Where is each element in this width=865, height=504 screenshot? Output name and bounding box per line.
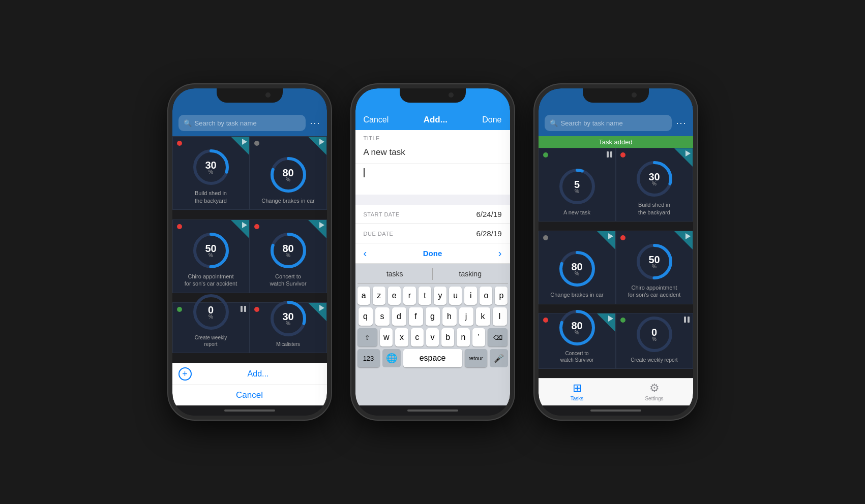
start-date-value[interactable]: 6/24/19 — [476, 210, 501, 218]
kb-key-s[interactable]: s — [375, 307, 390, 326]
kb-key-e[interactable]: e — [388, 287, 401, 305]
kb-key-u[interactable]: u — [449, 287, 462, 305]
circle-progress-r1c1: 50 % — [634, 241, 675, 282]
cancel-btn-1[interactable]: Cancel — [178, 390, 321, 400]
task-cell-1[interactable]: 80 % Change brakes in car — [250, 136, 327, 210]
task-cell-5[interactable]: 30 % Micalisters — [250, 302, 327, 353]
kb-globe-btn[interactable]: 🌐 — [382, 349, 401, 367]
status-dot-r0c1 — [620, 152, 625, 158]
task-cell-r1c1[interactable]: 50 % Chiro appointmentfor son's car acci… — [616, 231, 693, 304]
task-cell-r0c1[interactable]: 30 % Build shed inthe backyard — [616, 148, 693, 222]
tab-tasks[interactable]: ⊞ Tasks — [539, 382, 616, 401]
search-icon-3: 🔍 — [550, 119, 558, 127]
tab-tasks-icon: ⊞ — [573, 382, 582, 395]
kb-suggest-0[interactable]: tasks — [357, 268, 433, 280]
kb-key-c[interactable]: c — [411, 328, 424, 346]
task-name-r0c1: Build shed inthe backyard — [635, 201, 673, 216]
kb-key-b[interactable]: b — [441, 328, 454, 346]
add-btn-1[interactable]: Add... — [196, 369, 321, 379]
play-icon-3 — [319, 222, 324, 228]
form-title: Add... — [424, 115, 448, 125]
more-btn-1[interactable]: ··· — [310, 118, 320, 129]
due-date-value[interactable]: 6/28/19 — [476, 229, 501, 238]
search-bar-1[interactable]: 🔍 Search by task name — [178, 115, 306, 131]
kb-key-i[interactable]: i — [464, 287, 477, 305]
kb-space-btn[interactable]: espace — [403, 349, 462, 367]
task-cell-0[interactable]: 30 % Build shed inthe backyard — [172, 136, 250, 210]
kb-key-w[interactable]: w — [380, 328, 393, 346]
title-section: TITLE A new task — [355, 130, 510, 195]
form-divider-1 — [355, 195, 510, 205]
kb-key-f[interactable]: f — [409, 307, 423, 326]
kb-key-v[interactable]: v — [426, 328, 439, 346]
kb-key-apos[interactable]: ' — [472, 328, 485, 346]
pause-icon-r2c1 — [684, 317, 690, 323]
kb-key-y[interactable]: y — [434, 287, 446, 305]
play-icon-r1c0 — [608, 233, 613, 239]
kb-nums-btn[interactable]: 123 — [357, 349, 380, 367]
kb-key-d[interactable]: d — [392, 307, 406, 326]
task-cell-2[interactable]: 50 % Chiro appointmentfor son's car acci… — [172, 219, 250, 293]
task-grid-3: 5 % A new task — [539, 148, 693, 378]
more-btn-3[interactable]: ··· — [676, 118, 687, 129]
task-cell-r2c0[interactable]: 80 % Concert towatch Survivor — [539, 313, 616, 369]
search-icon-1: 🔍 — [184, 119, 192, 127]
task-name-r1c0: Change brakes in car — [547, 291, 607, 298]
kb-key-q[interactable]: q — [359, 307, 373, 326]
circle-progress-r0c1: 30 % — [634, 159, 675, 199]
kb-key-j[interactable]: j — [459, 307, 473, 326]
pause-icon-4 — [241, 306, 246, 312]
kb-key-t[interactable]: t — [419, 287, 431, 305]
kb-key-p[interactable]: p — [495, 287, 508, 305]
tab-settings[interactable]: ⚙ Settings — [616, 382, 693, 401]
search-bar-3[interactable]: 🔍 Search by task name — [545, 115, 672, 131]
task-cell-r1c0[interactable]: 80 % Change brakes in car — [539, 231, 616, 304]
done-nav-btn[interactable]: Done — [482, 115, 501, 124]
cal-done-btn[interactable]: Done — [423, 249, 442, 258]
tab-settings-icon: ⚙ — [649, 382, 660, 395]
title-input[interactable]: A new task — [355, 143, 510, 164]
kb-key-n[interactable]: n — [457, 328, 469, 346]
task-cell-4[interactable]: 0 % Create weeklyreport — [172, 302, 250, 353]
add-circle-1[interactable]: + — [178, 367, 192, 381]
kb-key-a[interactable]: a — [357, 287, 370, 305]
kb-delete[interactable]: ⌫ — [488, 328, 508, 346]
task-cell-r0c0[interactable]: 5 % A new task — [539, 148, 616, 222]
play-icon-r0c1 — [685, 150, 691, 156]
kb-key-g[interactable]: g — [426, 307, 440, 326]
tab-bar-3: ⊞ Tasks ⚙ Settings — [539, 378, 693, 405]
kb-key-o[interactable]: o — [480, 287, 492, 305]
task-cell-r2c1[interactable]: 0 % Create weekly report — [616, 313, 693, 369]
tab-tasks-label: Tasks — [571, 396, 584, 401]
task-grid-1: 30 % Build shed inthe backyard — [172, 136, 327, 363]
circle-progress-r2c1: 0 % — [634, 314, 675, 355]
kb-bottom-row: 123 🌐 espace retour 🎤 — [357, 349, 508, 367]
cal-next-btn[interactable]: › — [498, 247, 502, 259]
status-dot-r1c1 — [620, 235, 625, 240]
kb-key-z[interactable]: z — [373, 287, 385, 305]
play-icon-r1c1 — [685, 233, 691, 239]
kb-key-h[interactable]: h — [442, 307, 457, 326]
status-dot-1 — [254, 141, 259, 146]
cal-prev-btn[interactable]: ‹ — [364, 247, 367, 259]
kb-suggest-1[interactable]: tasking — [433, 268, 508, 280]
kb-key-x[interactable]: x — [395, 328, 408, 346]
due-date-row: DUE DATE 6/28/19 — [355, 224, 510, 243]
kb-key-k[interactable]: k — [476, 307, 490, 326]
status-dot-r1c0 — [543, 235, 548, 240]
header-3: 🔍 Search by task name ··· — [539, 111, 693, 136]
kb-shift[interactable]: ⇧ — [357, 328, 378, 346]
kb-key-r[interactable]: r — [403, 287, 416, 305]
cancel-nav-btn[interactable]: Cancel — [364, 115, 389, 124]
task-name-1: Change brakes in car — [258, 197, 318, 204]
task-cell-3[interactable]: 80 % Concert towatch Survivor — [250, 219, 327, 293]
circle-progress-4: 0 % — [191, 292, 231, 332]
form-nav: Cancel Add... Done — [355, 111, 510, 130]
task-name-r2c1: Create weekly report — [628, 357, 680, 363]
kb-mic-btn[interactable]: 🎤 — [490, 349, 508, 367]
notch-2 — [400, 88, 466, 103]
add-bar-1: + Add... — [172, 363, 327, 385]
kb-return-btn[interactable]: retour — [465, 349, 487, 367]
kb-key-l[interactable]: l — [493, 307, 507, 326]
camera-3 — [632, 92, 637, 98]
